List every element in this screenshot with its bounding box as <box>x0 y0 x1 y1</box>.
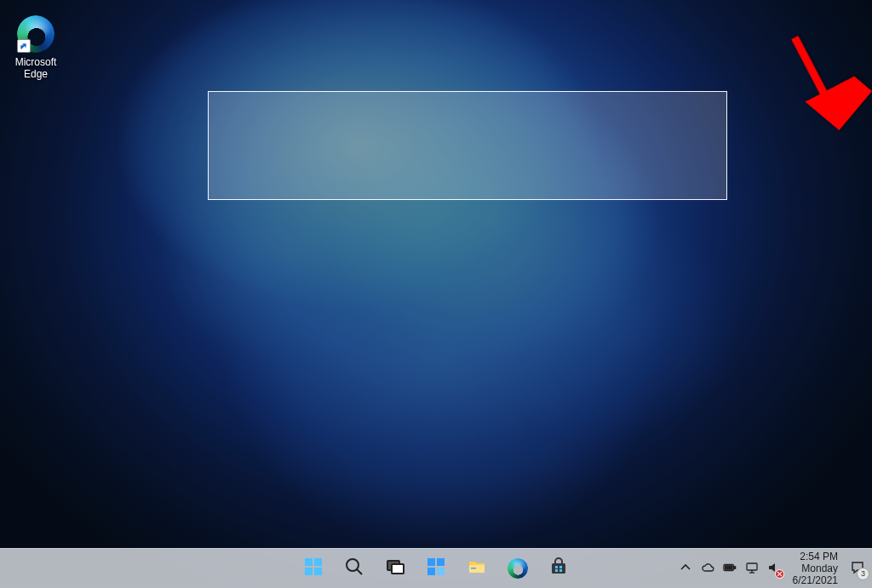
shortcut-arrow-icon <box>17 39 31 53</box>
start-button[interactable] <box>296 551 330 585</box>
svg-rect-3 <box>314 558 322 566</box>
file-explorer-icon <box>467 557 487 580</box>
svg-rect-23 <box>725 565 732 568</box>
tray-volume-button[interactable] <box>766 560 783 577</box>
svg-rect-13 <box>437 568 445 575</box>
svg-rect-18 <box>559 566 562 568</box>
svg-point-6 <box>347 559 359 571</box>
svg-rect-2 <box>305 558 313 566</box>
error-badge-icon <box>775 569 784 579</box>
svg-rect-20 <box>559 569 562 572</box>
tray-onedrive-button[interactable] <box>699 560 716 577</box>
search-icon <box>344 557 364 580</box>
svg-line-7 <box>357 569 362 574</box>
taskbar: 2:54 PM Monday 6/21/2021 3 <box>0 548 872 588</box>
battery-icon <box>723 561 737 577</box>
snip-selection-rect[interactable] <box>208 91 727 200</box>
task-view-icon <box>385 557 405 580</box>
widgets-icon <box>426 557 446 580</box>
svg-rect-15 <box>471 568 476 569</box>
svg-rect-16 <box>552 563 565 574</box>
network-icon <box>745 561 759 577</box>
svg-rect-4 <box>305 568 313 575</box>
store-icon <box>548 557 569 580</box>
file-explorer-button[interactable] <box>460 551 494 585</box>
cloud-icon <box>701 561 714 577</box>
taskbar-center-group <box>296 549 576 588</box>
desktop-icon-label: Microsoft Edge <box>7 56 65 80</box>
taskbar-clock[interactable]: 2:54 PM Monday 6/21/2021 <box>788 551 843 586</box>
chevron-up-icon <box>679 561 692 577</box>
tray-network-button[interactable] <box>743 560 760 577</box>
edge-icon <box>17 15 54 53</box>
tray-overflow-button[interactable] <box>677 560 694 577</box>
task-view-button[interactable] <box>378 551 412 585</box>
svg-rect-11 <box>437 558 445 566</box>
snip-dim-overlay <box>0 0 872 588</box>
start-icon <box>303 557 324 580</box>
svg-rect-19 <box>555 569 558 572</box>
tray-battery-button[interactable] <box>721 560 738 577</box>
system-tray: 2:54 PM Monday 6/21/2021 3 <box>677 549 867 588</box>
microsoft-store-button[interactable] <box>542 551 576 585</box>
widgets-button[interactable] <box>419 551 453 585</box>
svg-rect-24 <box>747 563 757 570</box>
notifications-count: 3 <box>857 568 869 580</box>
search-button[interactable] <box>337 551 371 585</box>
svg-rect-12 <box>427 568 435 575</box>
notifications-button[interactable]: 3 <box>848 559 867 578</box>
desktop-icon-microsoft-edge[interactable]: Microsoft Edge <box>7 15 65 80</box>
edge-button[interactable] <box>501 551 535 585</box>
edge-icon <box>508 558 528 579</box>
svg-rect-10 <box>427 558 435 566</box>
clock-date: 6/21/2021 <box>793 574 838 586</box>
svg-rect-5 <box>314 568 322 575</box>
svg-rect-17 <box>555 566 558 568</box>
svg-rect-22 <box>733 566 735 568</box>
clock-time: 2:54 PM <box>793 551 838 562</box>
clock-day: Monday <box>793 562 838 574</box>
svg-rect-9 <box>392 564 404 574</box>
